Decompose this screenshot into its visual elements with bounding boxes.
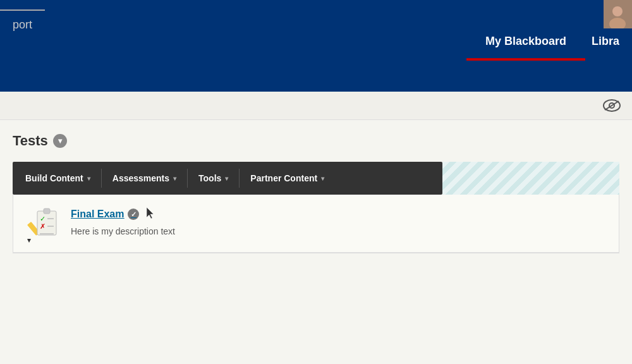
section-collapse-button[interactable]: ▾ <box>53 134 67 148</box>
item-title-row: Final Exam ✓ <box>71 206 606 222</box>
item-content: Final Exam ✓ Here is my description text <box>71 206 606 236</box>
content-area: Tests ▾ Build Content ▾ Assessments ▾ To… <box>0 120 632 266</box>
action-bar: Build Content ▾ Assessments ▾ Tools ▾ Pa… <box>13 162 442 195</box>
divider-3 <box>239 169 240 188</box>
item-status-badge: ✓ <box>128 209 139 220</box>
library-label: Libra <box>592 35 619 47</box>
striped-decoration <box>442 162 619 195</box>
avatar[interactable] <box>604 0 632 28</box>
partner-content-arrow: ▾ <box>321 175 324 182</box>
tools-arrow: ▾ <box>225 175 228 182</box>
avatar-image <box>604 0 632 28</box>
nav-report-label: port <box>13 18 32 31</box>
top-navigation: port My Blackboard Libra <box>0 0 632 92</box>
build-content-button[interactable]: Build Content ▾ <box>16 168 100 188</box>
nav-left-item: port <box>0 9 45 44</box>
avatar-icon <box>604 0 632 28</box>
partner-content-button[interactable]: Partner Content ▾ <box>241 168 334 188</box>
exam-icon-container: ✓ ✗ <box>26 206 61 241</box>
divider-2 <box>187 169 188 188</box>
assessments-arrow: ▾ <box>173 175 176 182</box>
content-list: ✓ ✗ Final Exam ✓ <box>13 195 619 253</box>
my-blackboard-label: My Blackboard <box>485 35 566 47</box>
svg-marker-7 <box>27 239 31 243</box>
mouse-cursor-icon <box>145 206 155 220</box>
build-content-label: Build Content <box>25 173 83 183</box>
svg-rect-9 <box>44 209 50 214</box>
exam-icon: ✓ ✗ <box>26 206 59 243</box>
svg-text:✗: ✗ <box>40 222 46 230</box>
divider-1 <box>101 169 102 188</box>
svg-point-1 <box>612 6 623 16</box>
nav-my-blackboard[interactable]: My Blackboard <box>466 0 585 61</box>
final-exam-link[interactable]: Final Exam <box>71 209 124 220</box>
check-icon: ✓ <box>131 210 137 219</box>
item-description: Here is my description text <box>71 226 606 236</box>
toolbar-row <box>0 92 632 120</box>
partner-content-label: Partner Content <box>250 173 317 183</box>
cursor-pointer <box>145 206 155 222</box>
tests-label: Tests <box>13 133 48 149</box>
assessments-button[interactable]: Assessments ▾ <box>103 168 186 188</box>
nav-right-section: My Blackboard Libra <box>466 0 632 92</box>
assessments-label: Assessments <box>112 173 169 183</box>
chevron-down-icon: ▾ <box>58 136 62 145</box>
tools-label: Tools <box>198 173 221 183</box>
section-title: Tests ▾ <box>13 133 619 149</box>
svg-marker-15 <box>147 207 154 219</box>
eye-icon-svg <box>603 99 621 112</box>
eye-icon-button[interactable] <box>600 95 623 117</box>
svg-text:✓: ✓ <box>40 215 46 222</box>
tools-button[interactable]: Tools ▾ <box>189 168 238 188</box>
bottom-separator <box>13 253 619 253</box>
build-content-arrow: ▾ <box>87 175 90 182</box>
table-row: ✓ ✗ Final Exam ✓ <box>13 195 619 253</box>
action-row: Build Content ▾ Assessments ▾ Tools ▾ Pa… <box>13 162 619 195</box>
